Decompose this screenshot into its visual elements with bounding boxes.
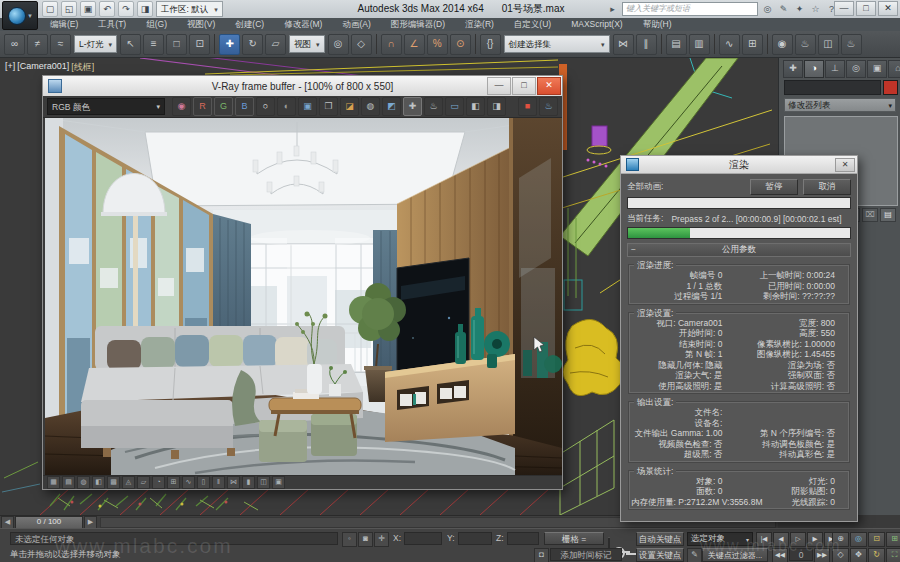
select-by-name-icon[interactable]: ≡ [143, 34, 164, 55]
vfb-mini-icon[interactable]: ▤ [62, 476, 75, 489]
vfb-maximize-button[interactable]: □ [512, 77, 536, 95]
rendered-image[interactable] [45, 118, 562, 475]
modifier-list-dropdown[interactable]: 修改器列表 ▾ [784, 98, 896, 112]
align-icon[interactable]: ∥ [636, 34, 657, 55]
window-crossing-icon[interactable]: ⊡ [189, 34, 210, 55]
menu-item[interactable]: MAXScript(X) [561, 18, 632, 31]
vfb-green-channel-icon[interactable]: G [214, 97, 233, 116]
vfb-blue-channel-icon[interactable]: B [235, 97, 254, 116]
menu-item[interactable]: 编辑(E) [40, 18, 88, 31]
vfb-mini-icon[interactable]: ◫ [257, 476, 270, 489]
named-selection-sets-dropdown[interactable]: 创建选择集 ▾ [504, 35, 610, 53]
vfb-mini-icon[interactable]: ▱ [137, 476, 150, 489]
open-file-icon[interactable]: ◱ [61, 1, 77, 17]
orbit-icon[interactable]: ↻ [868, 548, 885, 562]
search-icon[interactable]: ◎ [761, 3, 774, 16]
vfb-rgb-channels-icon[interactable]: ◉ [172, 97, 191, 116]
tab-display[interactable]: ▣ [867, 60, 887, 78]
previous-key-button[interactable]: ◀◀ [772, 548, 788, 562]
add-time-tag[interactable]: 添加时间标记 [550, 548, 622, 561]
common-parameters-rollout[interactable]: − 公用参数 [627, 243, 851, 257]
go-to-start-button[interactable]: |◀ [756, 532, 772, 547]
unlink-selection-icon[interactable]: ≠ [27, 34, 48, 55]
menu-item[interactable]: 图形编辑器(D) [381, 18, 455, 31]
vfb-mini-icon[interactable]: ▯ [197, 476, 210, 489]
set-key-button[interactable]: 设置关键点 [636, 548, 684, 562]
pause-button[interactable]: 暂停 [750, 179, 798, 195]
rendered-frame-window-icon[interactable]: ◫ [818, 34, 839, 55]
vfb-mini-icon[interactable]: ▮ [242, 476, 255, 489]
vfb-start-render-icon[interactable]: ♨ [539, 97, 558, 116]
select-object-icon[interactable]: ↖ [120, 34, 141, 55]
tab-motion[interactable]: ◎ [846, 60, 866, 78]
redo-icon[interactable]: ↷ [118, 1, 134, 17]
current-frame-field[interactable]: 0 [789, 548, 813, 561]
comm-center-icon[interactable]: ✦ [793, 3, 806, 16]
dialog-close-button[interactable]: ✕ [835, 158, 855, 172]
vfb-link-buffer-icon[interactable]: ◩ [382, 97, 401, 116]
layer-manager-icon[interactable]: ▤ [666, 34, 687, 55]
vfb-save-image-icon[interactable]: ▣ [298, 97, 317, 116]
time-slider-handle[interactable]: 0 / 100 [15, 516, 83, 529]
select-and-rotate-icon[interactable]: ↻ [242, 34, 263, 55]
spinner-snap-icon[interactable]: ⊙ [450, 34, 471, 55]
tab-hierarchy[interactable]: ⊥ [825, 60, 845, 78]
material-editor-icon[interactable]: ◉ [772, 34, 793, 55]
vfb-mini-icon[interactable]: ▦ [47, 476, 60, 489]
vfb-compare-a-icon[interactable]: ◧ [466, 97, 485, 116]
save-file-icon[interactable]: ▣ [80, 1, 96, 17]
menu-item[interactable]: 创建(C) [225, 18, 274, 31]
selection-filter-dropdown[interactable]: L-灯光 ▾ [74, 35, 117, 53]
vfb-channel-dropdown[interactable]: RGB 颜色 ▾ [47, 98, 165, 115]
selection-lock-icon[interactable]: ◙ [358, 532, 373, 547]
isolate-selection-icon[interactable]: ◘ [534, 548, 549, 562]
menu-item[interactable]: 组(G) [136, 18, 177, 31]
use-pivot-point-icon[interactable]: ◎ [328, 34, 349, 55]
vfb-clone-icon[interactable]: ❐ [319, 97, 338, 116]
vfb-mini-icon[interactable]: ⋈ [227, 476, 240, 489]
key-mode-dropdown[interactable]: 选定对象 ▾ [687, 532, 753, 546]
viewport-camera-label[interactable]: [Camera001] [17, 61, 69, 74]
angle-snap-icon[interactable]: ∠ [404, 34, 425, 55]
vfb-region-render-icon[interactable]: ▭ [445, 97, 464, 116]
select-and-move-icon[interactable]: ✚ [219, 34, 240, 55]
y-coordinate-input[interactable] [458, 532, 492, 545]
vfb-track-mouse-icon[interactable]: ✚ [403, 97, 422, 116]
vfb-mini-icon[interactable]: ‖ [212, 476, 225, 489]
vfb-alpha-channel-icon[interactable]: ○ [256, 97, 275, 116]
mirror-icon[interactable]: ⋈ [613, 34, 634, 55]
tab-modify[interactable]: ◑ [804, 60, 824, 78]
menu-item[interactable]: 帮助(H) [633, 18, 682, 31]
absolute-offset-mode-icon[interactable]: ✛ [374, 532, 389, 547]
undo-icon[interactable]: ↶ [99, 1, 115, 17]
search-input[interactable]: 键入关键字或短语 [622, 2, 758, 16]
vfb-stop-render-icon[interactable]: ■ [518, 97, 537, 116]
zoom-extents-icon[interactable]: ⊡ [868, 532, 885, 547]
object-color-swatch[interactable] [883, 80, 898, 95]
vfb-mini-icon[interactable]: ◬ [122, 476, 135, 489]
minimize-button[interactable]: — [834, 1, 854, 16]
maximize-button[interactable]: □ [856, 1, 876, 16]
vfb-mini-icon[interactable]: ◧ [92, 476, 105, 489]
select-and-manipulate-icon[interactable]: ◇ [351, 34, 372, 55]
reference-coordinate-dropdown[interactable]: 视图 ▾ [289, 35, 325, 53]
x-coordinate-input[interactable] [404, 532, 442, 545]
vfb-mini-icon[interactable]: ◔ [152, 476, 165, 489]
new-file-icon[interactable]: ▢ [42, 1, 58, 17]
viewport-shading-label[interactable]: [线框] [71, 61, 94, 74]
project-folder-icon[interactable]: ◨ [137, 1, 153, 17]
zoom-icon[interactable]: ⊕ [832, 532, 849, 547]
render-setup-icon[interactable]: ♨ [795, 34, 816, 55]
vfb-close-button[interactable]: ✕ [537, 77, 561, 95]
previous-frame-key-button[interactable]: ◀ [773, 532, 789, 547]
vfb-mini-icon[interactable]: ▩ [107, 476, 120, 489]
ribbon-toggle-icon[interactable]: ▥ [689, 34, 710, 55]
next-frame-key-button[interactable]: ▶ [807, 532, 823, 547]
select-and-link-icon[interactable]: ∞ [4, 34, 25, 55]
notification-icon[interactable]: ◦ [342, 532, 357, 547]
vfb-load-image-icon[interactable]: ◪ [340, 97, 359, 116]
vfb-compare-b-icon[interactable]: ◨ [487, 97, 506, 116]
vfb-mini-icon[interactable]: ∿ [182, 476, 195, 489]
vfb-minimize-button[interactable]: — [487, 77, 511, 95]
zoom-extents-all-icon[interactable]: ⊞ [886, 532, 900, 547]
